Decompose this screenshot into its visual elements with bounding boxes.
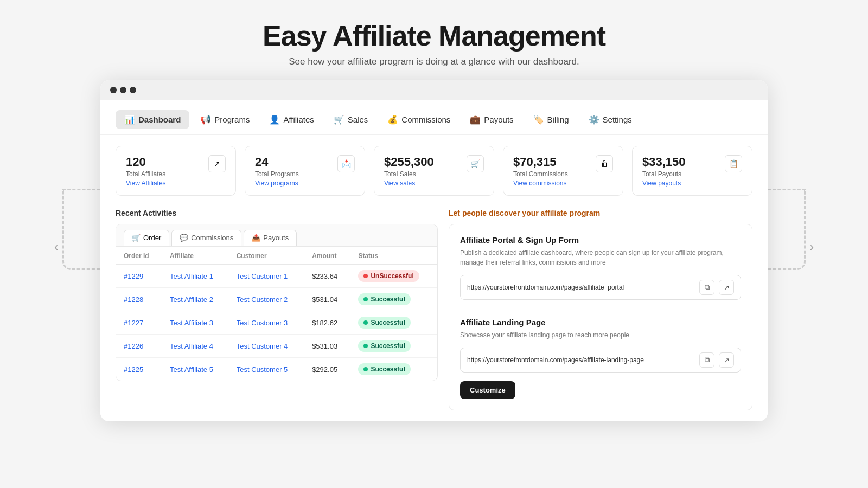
orders-table: Order IdAffiliateCustomerAmountStatus #1… xyxy=(116,247,437,381)
nav-item-dashboard[interactable]: 📊Dashboard xyxy=(116,110,189,129)
amount-cell: $531.03 xyxy=(304,335,350,358)
nav-item-affiliates[interactable]: 👤Affiliates xyxy=(260,110,322,129)
customize-button[interactable]: Customize xyxy=(460,381,515,399)
order-id-cell: #1226 xyxy=(116,335,162,358)
stat-link-3[interactable]: View commissions xyxy=(513,179,566,187)
portal-copy-button[interactable]: ⧉ xyxy=(699,280,714,295)
stat-info-4: $33,150 Total Payouts View payouts xyxy=(642,155,686,188)
landing-url-row: https://yourstorefrontdomain.com/pages/a… xyxy=(460,348,741,373)
table-row: #1228 Test Affiliate 2 Test Customer 2 $… xyxy=(116,288,437,311)
order-id-link[interactable]: #1229 xyxy=(124,272,143,280)
affiliate-link[interactable]: Test Affiliate 5 xyxy=(170,365,213,374)
landing-open-button[interactable]: ↗ xyxy=(719,352,734,368)
status-badge: Successful xyxy=(358,317,410,329)
landing-copy-button[interactable]: ⧉ xyxy=(699,352,714,368)
affiliate-link[interactable]: Test Affiliate 1 xyxy=(170,272,213,280)
nav-item-settings[interactable]: ⚙️Settings xyxy=(580,110,641,129)
affiliate-link[interactable]: Test Affiliate 2 xyxy=(170,296,213,304)
customer-cell: Test Customer 1 xyxy=(229,265,304,288)
billing-nav-label: Billing xyxy=(547,115,569,124)
nav-item-payouts[interactable]: 💼Payouts xyxy=(461,110,522,129)
affiliate-link[interactable]: Test Affiliate 3 xyxy=(170,319,213,327)
affiliates-nav-icon: 👤 xyxy=(269,114,280,125)
sales-nav-icon: 🛒 xyxy=(334,114,344,125)
affiliate-cell: Test Affiliate 1 xyxy=(162,265,229,288)
stat-info-3: $70,315 Total Commissions View commissio… xyxy=(513,155,568,188)
portal-url-row: https://yourstorefrontdomain.com/pages/a… xyxy=(460,275,741,300)
status-dot xyxy=(363,367,368,371)
order-id-link[interactable]: #1226 xyxy=(124,342,143,350)
browser-window: 📊Dashboard📢Programs👤Affiliates🛒Sales💰Com… xyxy=(100,80,768,421)
stat-value-1: 24 xyxy=(255,155,299,169)
customer-link[interactable]: Test Customer 3 xyxy=(237,319,288,327)
tab-payouts[interactable]: 📤Payouts xyxy=(244,230,297,246)
chevron-right-icon: › xyxy=(810,240,814,254)
status-badge: Successful xyxy=(358,293,410,305)
th-affiliate: Affiliate xyxy=(162,247,229,265)
th-status: Status xyxy=(350,247,437,265)
status-badge: UnSuccessful xyxy=(358,270,419,282)
portal-open-button[interactable]: ↗ xyxy=(719,280,734,295)
nav-item-billing[interactable]: 🏷️Billing xyxy=(525,110,578,129)
customer-link[interactable]: Test Customer 2 xyxy=(237,296,288,304)
stat-label-2: Total Sales xyxy=(384,170,434,178)
stat-link-0[interactable]: View Affiliates xyxy=(126,179,166,187)
portal-url: https://yourstorefrontdomain.com/pages/a… xyxy=(467,284,695,291)
nav-item-sales[interactable]: 🛒Sales xyxy=(325,110,377,129)
affiliate-link[interactable]: Test Affiliate 4 xyxy=(170,342,213,350)
stat-card-0: 120 Total Affiliates View Affiliates ↗ xyxy=(116,146,236,196)
customer-link[interactable]: Test Customer 4 xyxy=(237,342,288,350)
status-label: Successful xyxy=(371,342,405,350)
status-dot xyxy=(363,320,368,325)
settings-nav-label: Settings xyxy=(603,115,632,124)
discover-title: Let people discover your affiliate progr… xyxy=(449,209,752,217)
activities-panel: Recent Activities 🛒Order💬Commissions📤Pay… xyxy=(116,209,438,410)
status-dot xyxy=(363,297,368,301)
tab-order[interactable]: 🛒Order xyxy=(124,230,169,246)
discover-card: Affiliate Portal & Sign Up Form Publish … xyxy=(449,224,752,410)
browser-dot-3 xyxy=(130,87,136,93)
stat-link-1[interactable]: View programs xyxy=(255,179,298,187)
stat-icon-0: ↗ xyxy=(208,155,226,172)
divider xyxy=(460,309,741,309)
stat-info-2: $255,300 Total Sales View sales xyxy=(384,155,434,188)
main-area: Recent Activities 🛒Order💬Commissions📤Pay… xyxy=(100,207,768,421)
status-dot xyxy=(363,274,368,278)
portal-desc: Publish a dedicated affiliate dashboard,… xyxy=(460,248,741,267)
outer-wrapper: ‹ › 📊Dashboard📢Programs👤Affiliates🛒Sales… xyxy=(100,80,768,421)
commissions-tab-icon: 💬 xyxy=(180,234,188,242)
stat-link-2[interactable]: View sales xyxy=(384,179,415,187)
order-id-cell: #1229 xyxy=(116,265,162,288)
dashboard-nav-icon: 📊 xyxy=(124,114,135,125)
status-cell: Successful xyxy=(350,288,437,311)
customer-link[interactable]: Test Customer 1 xyxy=(237,272,288,280)
customer-cell: Test Customer 2 xyxy=(229,288,304,311)
tab-commissions[interactable]: 💬Commissions xyxy=(171,230,241,246)
customer-link[interactable]: Test Customer 5 xyxy=(237,365,288,374)
stat-label-4: Total Payouts xyxy=(642,170,686,178)
landing-title: Affiliate Landing Page xyxy=(460,318,741,327)
nav-item-commissions[interactable]: 💰Commissions xyxy=(379,110,459,129)
landing-desc: Showcase your affiliate landing page to … xyxy=(460,330,741,340)
affiliate-cell: Test Affiliate 3 xyxy=(162,311,229,335)
stat-link-4[interactable]: View payouts xyxy=(642,179,681,187)
table-row: #1225 Test Affiliate 5 Test Customer 5 $… xyxy=(116,358,437,381)
commissions-tab-label: Commissions xyxy=(191,234,233,242)
order-id-link[interactable]: #1228 xyxy=(124,296,143,304)
stat-info-1: 24 Total Programs View programs xyxy=(255,155,299,188)
payouts-tab-icon: 📤 xyxy=(252,234,260,242)
status-cell: Successful xyxy=(350,335,437,358)
th-order-id: Order Id xyxy=(116,247,162,265)
status-cell: Successful xyxy=(350,358,437,381)
status-label: Successful xyxy=(371,365,405,373)
hero-subtitle: See how your affiliate program is doing … xyxy=(263,56,605,67)
stat-icon-1: 📩 xyxy=(337,155,355,172)
status-label: UnSuccessful xyxy=(371,272,413,280)
deco-right xyxy=(768,189,806,270)
nav-item-programs[interactable]: 📢Programs xyxy=(192,110,258,129)
programs-nav-icon: 📢 xyxy=(200,114,211,125)
table-body: #1229 Test Affiliate 1 Test Customer 1 $… xyxy=(116,265,437,381)
order-id-link[interactable]: #1227 xyxy=(124,319,143,327)
stat-value-2: $255,300 xyxy=(384,155,434,169)
order-id-link[interactable]: #1225 xyxy=(124,365,143,374)
